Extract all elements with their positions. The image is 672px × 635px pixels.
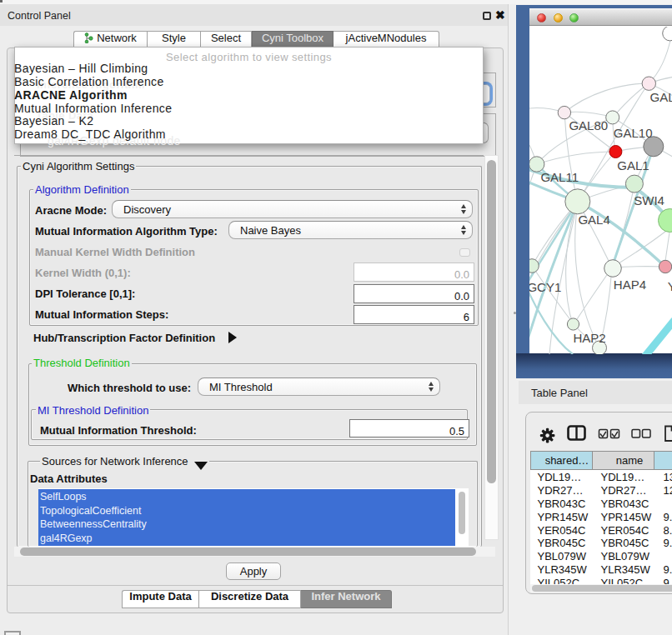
svg-text:GCY1: GCY1 — [529, 280, 561, 294]
svg-text:GAL4: GAL4 — [578, 212, 609, 227]
svg-text:YJ: YJ — [668, 279, 672, 293]
svg-text:HAP2: HAP2 — [573, 331, 605, 345]
svg-text:HAP4: HAP4 — [614, 278, 646, 292]
svg-text:GAL7: GAL7 — [650, 90, 672, 104]
svg-text:SWI4: SWI4 — [634, 193, 664, 208]
svg-text:GAL80: GAL80 — [569, 118, 608, 132]
svg-text:GAL10: GAL10 — [614, 126, 653, 140]
svg-text:GAL11: GAL11 — [540, 170, 579, 184]
svg-text:GAL1: GAL1 — [617, 158, 649, 172]
